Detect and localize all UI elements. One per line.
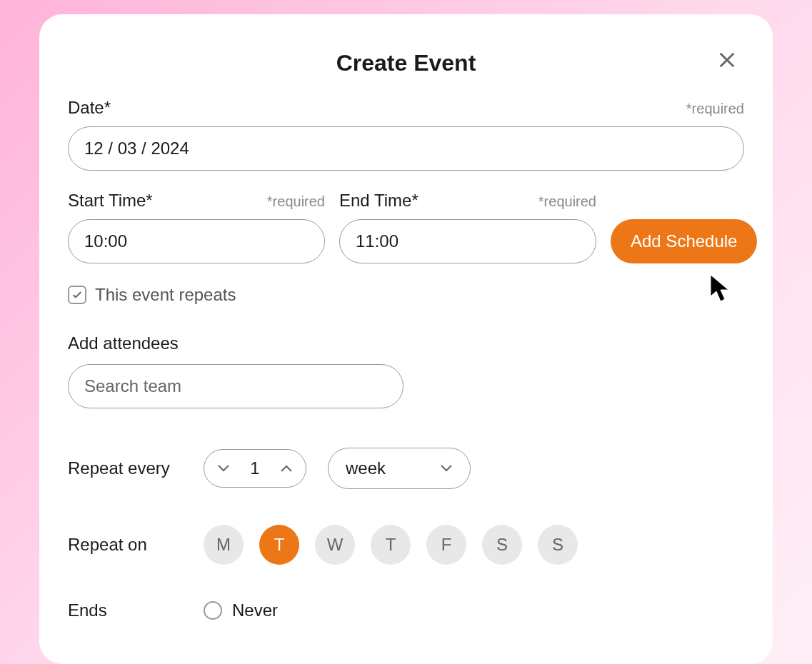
ends-never-label: Never — [232, 600, 278, 620]
day-button-saturday[interactable]: S — [482, 525, 522, 565]
repeat-unit-dropdown[interactable]: week — [328, 448, 471, 489]
end-time-label: End Time* — [339, 191, 418, 211]
repeat-every-label: Repeat every — [68, 458, 182, 478]
chevron-up-icon — [280, 464, 293, 473]
start-time-field: Start Time* *required — [68, 191, 325, 263]
time-row: Start Time* *required End Time* *require… — [68, 191, 744, 263]
repeat-every-row: Repeat every 1 week — [68, 448, 744, 489]
attendees-label: Add attendees — [68, 333, 744, 353]
end-time-field: End Time* *required — [339, 191, 596, 263]
day-button-thursday[interactable]: T — [371, 525, 411, 565]
day-button-tuesday[interactable]: T — [259, 525, 299, 565]
checkmark-icon — [71, 289, 83, 301]
date-input[interactable] — [68, 126, 744, 171]
end-time-input[interactable] — [339, 219, 596, 263]
add-schedule-button[interactable]: Add Schedule — [611, 219, 757, 263]
ends-label: Ends — [68, 600, 182, 620]
repeat-on-label: Repeat on — [68, 535, 182, 555]
stepper-increment-button[interactable] — [280, 464, 293, 473]
day-button-wednesday[interactable]: W — [315, 525, 355, 565]
attendees-section: Add attendees — [68, 333, 744, 408]
start-time-label: Start Time* — [68, 191, 153, 211]
modal-title: Create Event — [68, 50, 744, 76]
start-time-input[interactable] — [68, 219, 325, 263]
day-button-sunday[interactable]: S — [538, 525, 578, 565]
repeats-checkbox-label: This event repeats — [95, 285, 236, 305]
repeat-count-value: 1 — [248, 458, 262, 478]
repeat-unit-value: week — [346, 458, 386, 478]
chevron-down-icon — [217, 464, 230, 473]
stepper-decrement-button[interactable] — [217, 464, 230, 473]
attendees-search-input[interactable] — [68, 364, 404, 408]
day-button-monday[interactable]: M — [204, 525, 244, 565]
close-icon — [717, 49, 737, 75]
date-label: Date* — [68, 98, 111, 118]
ends-row: Ends Never — [68, 600, 744, 620]
day-button-friday[interactable]: F — [426, 525, 466, 565]
day-buttons-group: M T W T F S S — [204, 525, 578, 565]
date-field-row: Date* *required — [68, 98, 744, 171]
ends-never-option: Never — [204, 600, 278, 620]
repeat-on-row: Repeat on M T W T F S S — [68, 525, 744, 565]
ends-never-radio[interactable] — [204, 601, 222, 620]
end-time-required-text: *required — [538, 193, 596, 210]
repeat-count-stepper: 1 — [204, 449, 306, 488]
start-time-required-text: *required — [267, 193, 325, 210]
close-button[interactable] — [717, 50, 737, 74]
repeats-checkbox-row: This event repeats — [68, 285, 744, 305]
chevron-down-icon — [440, 464, 453, 473]
date-required-text: *required — [686, 101, 744, 117]
create-event-modal: Create Event Date* *required Start Time*… — [39, 14, 773, 664]
repeats-checkbox[interactable] — [68, 286, 86, 304]
